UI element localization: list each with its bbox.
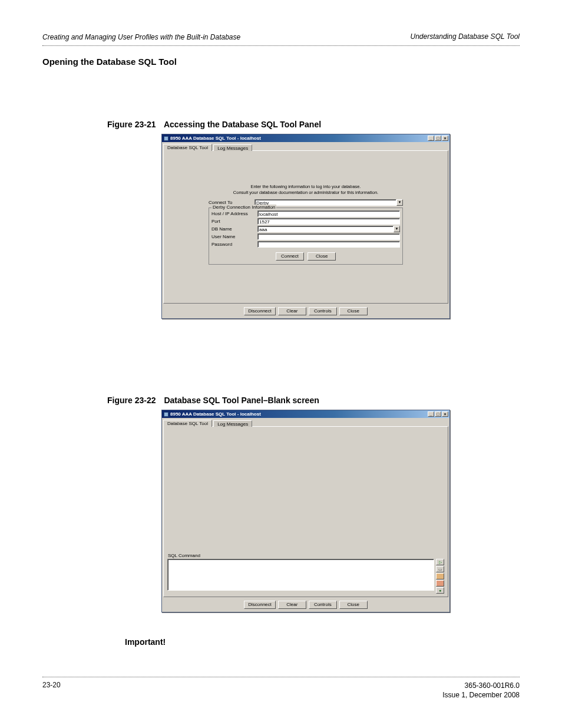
footer-rule: [42, 677, 520, 677]
minimize-button[interactable]: _: [428, 136, 434, 141]
sql-tool-window-blank: 8950 AAA Database SQL Tool - localhost _…: [161, 410, 450, 612]
figure-23-21: Figure 23-21 Accessing the Database SQL …: [42, 120, 520, 319]
close-window-button[interactable]: ×: [442, 136, 448, 141]
sql-command-label: SQL Command: [168, 553, 446, 558]
close-button[interactable]: Close: [308, 252, 336, 261]
tabs: Database SQL Tool Log Messages: [162, 142, 449, 150]
page-footer: 23-20 365-360-001R6.0 Issue 1, December …: [42, 673, 520, 700]
maximize-button[interactable]: □: [435, 136, 441, 141]
tabs: Database SQL Tool Log Messages: [162, 418, 449, 426]
clear-button[interactable]: Clear: [278, 307, 306, 315]
titlebar: 8950 AAA Database SQL Tool - localhost _…: [162, 134, 449, 142]
username-label: User Name: [211, 234, 257, 239]
figure-23-22: Figure 23-22 Database SQL Tool Panel–Bla…: [42, 396, 520, 612]
controls-button[interactable]: Controls: [309, 307, 337, 315]
db-action-2-icon[interactable]: [436, 580, 444, 587]
dbname-label: DB Name: [211, 226, 257, 232]
open-file-icon[interactable]: ▭: [436, 566, 444, 572]
chevron-down-icon[interactable]: ▼: [396, 199, 403, 206]
figure-caption: Figure 23-22 Database SQL Tool Panel–Bla…: [107, 396, 520, 405]
port-input[interactable]: 1527: [257, 218, 400, 225]
connection-instructions: Enter the following information to log i…: [209, 184, 403, 196]
connect-button[interactable]: Connect: [276, 252, 304, 261]
refresh-schema-icon[interactable]: ●: [436, 587, 444, 594]
window-controls: _ □ ×: [428, 411, 448, 417]
clear-button[interactable]: Clear: [278, 601, 306, 609]
app-icon: [164, 136, 168, 141]
window-title: 8950 AAA Database SQL Tool - localhost: [170, 411, 261, 417]
titlebar: 8950 AAA Database SQL Tool - localhost _…: [162, 410, 449, 418]
instructions-line-1: Enter the following information to log i…: [209, 184, 403, 190]
tab-log-messages[interactable]: Log Messages: [213, 144, 252, 151]
port-label: Port: [211, 219, 257, 224]
connection-info-fieldset: Derby Connection Information Host / IP A…: [209, 207, 403, 265]
figure-caption: Figure 23-21 Accessing the Database SQL …: [107, 120, 520, 129]
host-label: Host / IP Address: [211, 211, 257, 216]
db-action-1-icon[interactable]: [436, 573, 444, 579]
sql-command-input[interactable]: [167, 559, 434, 591]
bottom-toolbar: Disconnect Clear Controls Close: [162, 598, 449, 612]
sql-side-toolbar: ▷ ▭ ●: [436, 559, 444, 594]
fieldset-legend: Derby Connection Information: [211, 205, 276, 210]
results-area: [166, 429, 446, 552]
tab-database-sql-tool[interactable]: Database SQL Tool: [163, 420, 212, 427]
minimize-button[interactable]: _: [428, 411, 434, 417]
maximize-button[interactable]: □: [435, 411, 441, 417]
password-input[interactable]: [257, 241, 400, 248]
chevron-down-icon[interactable]: ▼: [394, 226, 400, 232]
sql-tool-window-connect: 8950 AAA Database SQL Tool - localhost _…: [161, 134, 450, 319]
important-label: Important!: [125, 637, 520, 647]
close-button[interactable]: Close: [339, 601, 368, 609]
connection-actions: Connect Close: [211, 252, 400, 261]
window-body: Enter the following information to log i…: [163, 150, 448, 304]
topic-title: Understanding Database SQL Tool: [411, 32, 520, 41]
instructions-line-2: Consult your database documentation or a…: [209, 190, 403, 196]
sql-command-row: ▷ ▭ ●: [166, 559, 446, 595]
page-header: Creating and Managing User Profiles with…: [42, 32, 520, 42]
bottom-toolbar: Disconnect Clear Controls Close: [162, 305, 449, 318]
tab-log-messages[interactable]: Log Messages: [213, 420, 252, 427]
chapter-title: Creating and Managing User Profiles with…: [42, 32, 240, 42]
controls-button[interactable]: Controls: [309, 601, 337, 609]
run-sql-icon[interactable]: ▷: [436, 559, 444, 565]
app-icon: [164, 412, 168, 417]
section-heading: Opening the Database SQL Tool: [42, 57, 520, 67]
host-input[interactable]: localhost: [257, 210, 400, 217]
close-window-button[interactable]: ×: [442, 411, 448, 417]
doc-number: 365-360-001R6.0: [442, 681, 520, 690]
page-number: 23-20: [42, 681, 61, 689]
dbname-input[interactable]: aaa: [257, 226, 394, 232]
tab-database-sql-tool[interactable]: Database SQL Tool: [163, 144, 212, 151]
issue-date: Issue 1, December 2008: [442, 690, 520, 700]
disconnect-button[interactable]: Disconnect: [244, 307, 276, 315]
disconnect-button[interactable]: Disconnect: [244, 601, 276, 609]
password-label: Password: [211, 242, 257, 247]
close-button[interactable]: Close: [339, 307, 368, 315]
window-body: SQL Command ▷ ▭ ●: [163, 426, 448, 597]
header-rule: [42, 45, 520, 46]
username-input[interactable]: [257, 233, 400, 240]
connection-panel: Enter the following information to log i…: [209, 184, 403, 265]
window-title: 8950 AAA Database SQL Tool - localhost: [170, 136, 261, 141]
window-controls: _ □ ×: [428, 136, 448, 141]
